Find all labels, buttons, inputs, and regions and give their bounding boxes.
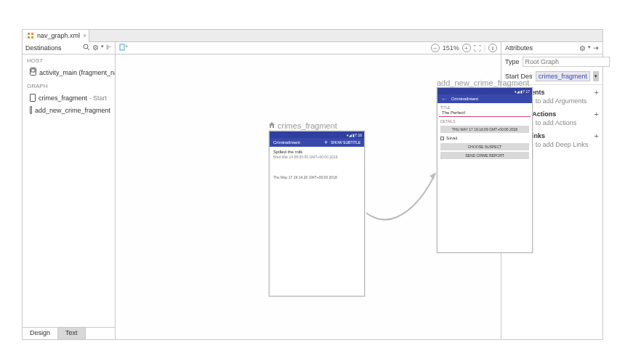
file-tab-label: nav_graph.xml <box>37 32 80 39</box>
graph-item-name: crimes_fragment <box>39 94 87 102</box>
svg-line-5 <box>87 48 89 50</box>
destination-label: crimes_fragment <box>268 121 337 130</box>
mock-solved-check: Solved <box>438 134 532 142</box>
destinations-header: Destinations ⚙ ▾ ⊩ <box>23 42 115 54</box>
host-row[interactable]: activity_main (fragment_nav_hos <box>23 66 115 80</box>
info-button[interactable]: i <box>488 44 497 52</box>
destination-label-text: crimes_fragment <box>278 121 337 130</box>
home-icon <box>268 121 275 130</box>
editor-frame: nav_graph.xml × Destinations ⚙ ▾ ⊩ HOST <box>22 29 603 340</box>
destinations-title: Destinations <box>25 44 62 52</box>
graph-item[interactable]: crimes_fragment - Start <box>23 92 115 104</box>
add-action-button[interactable]: + <box>594 110 599 118</box>
svg-rect-8 <box>120 44 124 50</box>
zoom-level: 151% <box>443 44 459 52</box>
tab-design[interactable]: Design <box>23 328 58 339</box>
mock-field-label: TITLE <box>438 103 532 110</box>
search-icon[interactable] <box>83 44 90 52</box>
type-field[interactable] <box>523 57 610 67</box>
nav-action-arrow <box>359 155 446 242</box>
destination-preview-add-crime[interactable]: ▾◢ ▮ 7:17 ← CriminalIntent TITLE The Per… <box>437 87 533 253</box>
host-section-label: HOST <box>23 54 115 66</box>
mock-appbar: CriminalIntent + SHOW SUBTITLE <box>270 138 364 147</box>
chevron-down-icon[interactable]: ▾ <box>588 44 591 52</box>
collapse-icon[interactable]: ⇥ <box>593 44 599 52</box>
mock-app-title: CriminalIntent <box>273 140 300 145</box>
svg-rect-2 <box>28 36 30 39</box>
mock-statusbar: ▾◢ ▮ 7:17 <box>438 88 532 94</box>
mock-action-label: SHOW SUBTITLE <box>331 140 360 145</box>
attr-type-row: Type <box>501 54 602 69</box>
back-icon: ← <box>441 96 447 102</box>
add-destination-icon[interactable]: + <box>119 44 128 52</box>
graph-section-label: GRAPH <box>23 80 115 92</box>
gear-icon[interactable]: ⚙ <box>579 44 586 52</box>
footer-tabs: Design Text <box>23 327 115 339</box>
file-tab[interactable]: nav_graph.xml × <box>23 30 89 42</box>
attributes-header: Attributes ⚙ ▾ ⇥ <box>501 42 602 54</box>
mock-appbar: ← CriminalIntent <box>438 94 532 103</box>
svg-rect-7 <box>31 69 35 72</box>
mock-field-label: DETAILS <box>438 117 532 124</box>
svg-point-4 <box>84 44 88 49</box>
close-icon[interactable]: × <box>83 32 86 39</box>
nav-graph-icon <box>27 32 34 39</box>
graph-item[interactable]: add_new_crime_fragment <box>23 104 115 116</box>
zoom-out-button[interactable]: − <box>431 44 440 52</box>
zoom-in-button[interactable]: + <box>462 44 471 52</box>
destination-label: add_new_crime_fragment <box>437 78 529 87</box>
fragment-icon <box>30 94 36 102</box>
tree-icon[interactable]: ⊩ <box>106 44 112 52</box>
mock-title-field: The Perfect! <box>439 110 531 117</box>
mock-statusbar: ▾◢ ▮ 7:16 <box>270 132 364 138</box>
file-tab-bar: nav_graph.xml × <box>23 30 602 42</box>
tab-text[interactable]: Text <box>58 328 86 339</box>
add-icon: + <box>324 139 328 146</box>
graph-item-suffix: - Start <box>87 94 107 102</box>
svg-text:+: + <box>125 44 128 49</box>
zoom-fit-button[interactable]: ⛶ <box>474 44 481 52</box>
svg-rect-0 <box>28 33 30 35</box>
dropdown-button[interactable]: ▾ <box>593 71 599 81</box>
mock-date-button: THU MAY 17 19:16:09 GMT+00:00 2018 <box>440 126 529 133</box>
add-argument-button[interactable]: + <box>594 88 599 97</box>
graph-item-name: add_new_crime_fragment <box>35 107 110 114</box>
destinations-panel: Destinations ⚙ ▾ ⊩ HOST activity_main (f… <box>23 42 116 339</box>
fragment-icon <box>30 106 32 114</box>
mock-app-title: CriminalIntent <box>451 97 478 101</box>
svg-rect-3 <box>31 36 33 39</box>
activity-icon <box>30 68 36 77</box>
list-item: Thu May 17 19:14:20 GMT+00:00 2018 <box>270 172 364 182</box>
start-destination-field[interactable]: crimes_fragment <box>536 71 590 81</box>
list-item: Spilled the milk Wed Mar 14 08:00:00 GMT… <box>270 147 364 162</box>
svg-rect-1 <box>31 33 33 35</box>
canvas-toolbar: + − 151% + ⛶ | i <box>116 42 501 54</box>
attr-label: Type <box>505 58 520 65</box>
destination-label-text: add_new_crime_fragment <box>437 78 529 87</box>
mock-suspect-button: CHOOSE SUSPECT <box>440 143 529 150</box>
host-row-label: activity_main (fragment_nav_hos <box>39 69 115 76</box>
add-deeplink-button[interactable]: + <box>594 132 599 140</box>
destination-preview-crimes[interactable]: ▾◢ ▮ 7:16 CriminalIntent + SHOW SUBTITLE… <box>269 131 365 296</box>
mock-report-button: SEND CRIME REPORT <box>440 152 529 159</box>
chevron-down-icon[interactable]: ▾ <box>101 44 104 52</box>
nav-canvas[interactable]: + − 151% + ⛶ | i crimes_fragment ▾◢ ▮ 7:… <box>116 42 501 339</box>
gear-icon[interactable]: ⚙ <box>92 44 99 52</box>
attributes-title: Attributes <box>505 44 533 52</box>
